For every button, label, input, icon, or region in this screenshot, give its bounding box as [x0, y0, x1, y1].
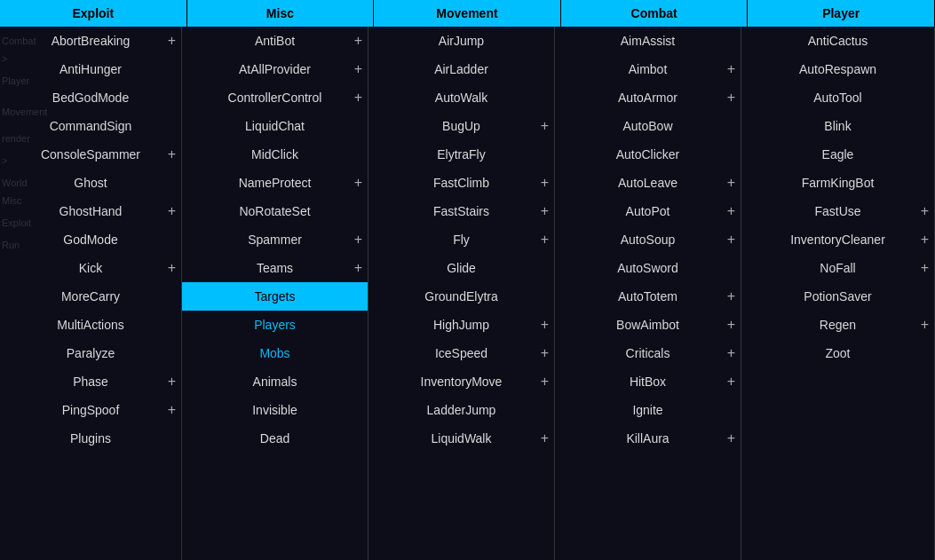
combat-ignite[interactable]: Ignite — [555, 396, 741, 424]
nav-player[interactable]: Player — [748, 0, 935, 27]
movement-fly[interactable]: Fly + — [368, 225, 554, 254]
player-zoot[interactable]: Zoot — [741, 339, 934, 367]
player-autotool[interactable]: AutoTool — [741, 83, 934, 112]
misc-mobs[interactable]: Mobs — [182, 339, 368, 367]
player-fastuse[interactable]: FastUse + — [741, 197, 934, 225]
player-potionsaver[interactable]: PotionSaver — [741, 282, 934, 311]
misc-antibot[interactable]: AntiBot + — [182, 27, 368, 55]
misc-invisible[interactable]: Invisible — [182, 396, 368, 424]
nofall-plus[interactable]: + — [921, 260, 929, 276]
combat-autoclicker[interactable]: AutoClicker — [555, 140, 741, 169]
exploit-pingspoof[interactable]: PingSpoof + — [0, 396, 181, 424]
movement-bugup[interactable]: BugUp + — [368, 112, 554, 140]
combat-autototem[interactable]: AutoTotem + — [555, 282, 741, 311]
player-inventorycleaner[interactable]: InventoryCleaner + — [741, 225, 934, 254]
combat-autopot[interactable]: AutoPot + — [555, 197, 741, 225]
highjump-plus[interactable]: + — [541, 317, 549, 333]
pingspoof-plus[interactable]: + — [168, 402, 176, 418]
player-regen[interactable]: Regen + — [741, 311, 934, 339]
controllercontrol-plus[interactable]: + — [354, 90, 362, 106]
autoleave-plus[interactable]: + — [727, 175, 735, 191]
player-anticactus[interactable]: AntiCactus — [741, 27, 934, 55]
spammer-plus[interactable]: + — [354, 232, 362, 248]
consolespammer-plus[interactable]: + — [168, 146, 176, 162]
fastuse-plus[interactable]: + — [921, 203, 929, 219]
movement-highjump[interactable]: HighJump + — [368, 311, 554, 339]
movement-elytраfly[interactable]: ElytraFly — [368, 140, 554, 169]
misc-controllercontrol[interactable]: ControllerControl + — [182, 83, 368, 112]
movement-fastclimb[interactable]: FastClimb + — [368, 169, 554, 197]
killaura-plus[interactable]: + — [727, 430, 735, 446]
phase-plus[interactable]: + — [168, 374, 176, 390]
aimbot-plus[interactable]: + — [727, 61, 735, 77]
misc-dead[interactable]: Dead — [182, 424, 368, 453]
faststairs-plus[interactable]: + — [541, 203, 549, 219]
autoarmor-plus[interactable]: + — [727, 90, 735, 106]
exploit-consolespammer[interactable]: ConsoleSpammer + — [0, 140, 181, 169]
movement-faststairs[interactable]: FastStairs + — [368, 197, 554, 225]
exploit-plugins[interactable]: Plugins — [0, 424, 181, 453]
exploit-paralyze[interactable]: Paralyze — [0, 339, 181, 367]
combat-autosword[interactable]: AutoSword — [555, 254, 741, 282]
combat-autobow[interactable]: AutoBow — [555, 112, 741, 140]
combat-aimassist[interactable]: AimAssist — [555, 27, 741, 55]
combat-hitbox[interactable]: HitBox + — [555, 367, 741, 396]
player-nofall[interactable]: NoFall + — [741, 254, 934, 282]
misc-players[interactable]: Players — [182, 311, 368, 339]
exploit-abortbreaking[interactable]: AbortBreaking + — [0, 27, 181, 55]
atallprovider-plus[interactable]: + — [354, 61, 362, 77]
autototem-plus[interactable]: + — [727, 288, 735, 304]
liquidwalk-plus[interactable]: + — [541, 430, 549, 446]
icespeed-plus[interactable]: + — [541, 345, 549, 361]
antibot-plus[interactable]: + — [354, 33, 362, 49]
nav-combat[interactable]: Combat — [561, 0, 749, 27]
misc-midclick[interactable]: MidClick — [182, 140, 368, 169]
exploit-godmode[interactable]: GodMode — [0, 225, 181, 254]
movement-icespeed[interactable]: IceSpeed + — [368, 339, 554, 367]
inventorymove-plus[interactable]: + — [541, 374, 549, 390]
regen-plus[interactable]: + — [921, 317, 929, 333]
combat-autosoup[interactable]: AutoSoup + — [555, 225, 741, 254]
ghosthand-plus[interactable]: + — [168, 203, 176, 219]
exploit-commandsign[interactable]: CommandSign — [0, 112, 181, 140]
movement-glide[interactable]: Glide — [368, 254, 554, 282]
misc-nameprotect[interactable]: NameProtect + — [182, 169, 368, 197]
exploit-morecarry[interactable]: MoreCarry — [0, 282, 181, 311]
combat-aimbot[interactable]: Aimbot + — [555, 55, 741, 83]
misc-animals[interactable]: Animals — [182, 367, 368, 396]
abortbreaking-plus[interactable]: + — [168, 33, 176, 49]
exploit-phase[interactable]: Phase + — [0, 367, 181, 396]
misc-teams[interactable]: Teams + — [182, 254, 368, 282]
exploit-multiactions[interactable]: MultiActions — [0, 311, 181, 339]
combat-criticals[interactable]: Criticals + — [555, 339, 741, 367]
exploit-antihunger[interactable]: AntiHunger — [0, 55, 181, 83]
player-farmkingbot[interactable]: FarmKingBot — [741, 169, 934, 197]
player-autorespawn[interactable]: AutoRespawn — [741, 55, 934, 83]
player-eagle[interactable]: Eagle — [741, 140, 934, 169]
misc-targets[interactable]: Targets — [182, 282, 368, 311]
exploit-ghost[interactable]: Ghost — [0, 169, 181, 197]
movement-airjump[interactable]: AirJump — [368, 27, 554, 55]
player-blink[interactable]: Blink — [741, 112, 934, 140]
autosoup-plus[interactable]: + — [727, 232, 735, 248]
nav-movement[interactable]: Movement — [374, 0, 561, 27]
teams-plus[interactable]: + — [354, 260, 362, 276]
misc-norotateset[interactable]: NoRotateSet — [182, 197, 368, 225]
misc-atallprovider[interactable]: AtAllProvider + — [182, 55, 368, 83]
bugup-plus[interactable]: + — [541, 118, 549, 134]
exploit-kick[interactable]: Kick + — [0, 254, 181, 282]
exploit-bedgodmode[interactable]: BedGodMode — [0, 83, 181, 112]
combat-killaura[interactable]: KillAura + — [555, 424, 741, 453]
exploit-ghosthand[interactable]: GhostHand + — [0, 197, 181, 225]
hitbox-plus[interactable]: + — [727, 374, 735, 390]
fly-plus[interactable]: + — [541, 232, 549, 248]
nameprotect-plus[interactable]: + — [354, 175, 362, 191]
movement-groundelytra[interactable]: GroundElytra — [368, 282, 554, 311]
combat-autoarmor[interactable]: AutoArmor + — [555, 83, 741, 112]
misc-spammer[interactable]: Spammer + — [182, 225, 368, 254]
inventorycleaner-plus[interactable]: + — [921, 232, 929, 248]
fastclimb-plus[interactable]: + — [541, 175, 549, 191]
autopot-plus[interactable]: + — [727, 203, 735, 219]
combat-autoleave[interactable]: AutoLeave + — [555, 169, 741, 197]
movement-autowalk[interactable]: AutoWalk — [368, 83, 554, 112]
